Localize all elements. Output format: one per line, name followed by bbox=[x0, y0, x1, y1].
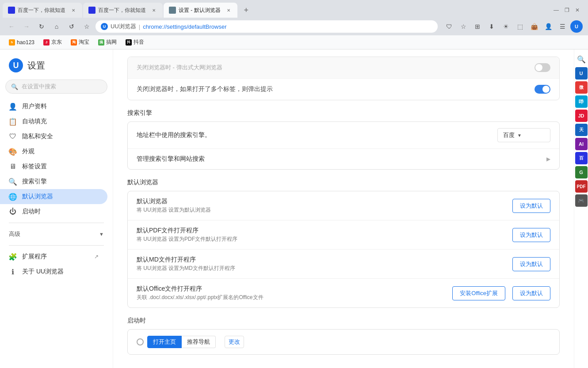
startup-change-link[interactable]: 更改 bbox=[225, 336, 244, 348]
set-default-pdf-button[interactable]: 设为默认 bbox=[512, 228, 550, 242]
window-controls: — ❐ ✕ bbox=[552, 6, 585, 15]
apps-toolbar-icon[interactable]: ⊞ bbox=[471, 20, 484, 33]
sidebar-appearance-label: 外观 bbox=[22, 148, 34, 156]
bookmark-taobao[interactable]: 淘 淘宝 bbox=[67, 38, 93, 47]
sidebar-item-default-browser[interactable]: 🌐 默认浏览器 bbox=[0, 189, 107, 204]
rs-game-icon[interactable]: 🎮 bbox=[575, 194, 588, 207]
back-button[interactable]: ← bbox=[5, 20, 18, 33]
taobao-label: 淘宝 bbox=[79, 38, 89, 46]
autofill-icon: 📋 bbox=[9, 118, 17, 125]
set-default-browser-button[interactable]: 设为默认 bbox=[512, 199, 550, 213]
selected-engine-label: 百度 bbox=[503, 131, 515, 139]
startup-option-homepage[interactable]: 打开主页 bbox=[147, 336, 182, 348]
default-browser-text: 默认浏览器 将 UU浏览器 设置为默认浏览器 bbox=[137, 197, 512, 214]
tab-3-close[interactable]: ✕ bbox=[225, 7, 232, 14]
toggle-faded[interactable] bbox=[535, 63, 550, 72]
douyin-label: 抖音 bbox=[134, 38, 144, 46]
startup-radio[interactable] bbox=[137, 338, 144, 345]
address-site-name: UU浏览器 bbox=[111, 23, 136, 30]
sidebar-about-label: 关于 UU浏览器 bbox=[22, 268, 64, 276]
sidebar-item-search[interactable]: 🔍 搜索引擎 bbox=[0, 174, 107, 189]
right-sidebar: 🔍 U 微 哔 JD 天 AI 百 G PDF 🎮 bbox=[574, 49, 588, 368]
rs-uu-icon[interactable]: U bbox=[575, 67, 588, 80]
reload-button[interactable]: ↻ bbox=[35, 20, 48, 33]
bookmark-hao123[interactable]: h hao123 bbox=[5, 38, 38, 46]
toggle-close-warning[interactable] bbox=[535, 85, 550, 94]
bookmark-jd[interactable]: J 京东 bbox=[40, 38, 65, 47]
minimize-button[interactable]: — bbox=[552, 6, 561, 15]
about-icon: ℹ bbox=[9, 268, 17, 276]
sidebar-advanced[interactable]: 高级 ▼ bbox=[0, 227, 113, 242]
user-icon[interactable]: 👤 bbox=[542, 20, 554, 33]
new-tab-button[interactable]: + bbox=[240, 4, 252, 16]
tab-1-label: 百度一下，你就知道 bbox=[18, 7, 65, 14]
search-engine-dropdown[interactable]: 百度 ▼ bbox=[497, 128, 550, 142]
extensions-icon: 🧩 bbox=[9, 253, 17, 261]
address-input[interactable]: U UU浏览器 | chrome://settings/defaultBrows… bbox=[95, 20, 438, 33]
rs-search-icon[interactable]: 🔍 bbox=[575, 53, 588, 65]
sidebar-item-appearance[interactable]: 🎨 外观 bbox=[0, 144, 107, 159]
setting-row-faded: 关闭浏览器时 - 弹出式大网浏览器 bbox=[128, 57, 559, 79]
forward-button[interactable]: → bbox=[20, 20, 33, 33]
startup-heading: 启动时 bbox=[127, 317, 560, 325]
sidebar-item-startup[interactable]: ⏻ 启动时 bbox=[0, 204, 107, 219]
default-office-text: 默认Office文件打开程序 关联 .doc/.docx/.xls/.xlsx/… bbox=[137, 285, 452, 301]
tab-2-close[interactable]: ✕ bbox=[150, 7, 157, 14]
screen-icon[interactable]: ⬚ bbox=[514, 20, 526, 33]
default-md-text: 默认MD文件打开程序 将 UU浏览器 设置为MD文件默认打开程序 bbox=[137, 256, 512, 272]
sidebar-item-extensions[interactable]: 🧩 扩展程序 ↗ bbox=[0, 249, 107, 264]
sidebar-item-about[interactable]: ℹ 关于 UU浏览器 bbox=[0, 264, 107, 279]
tabs-icon: 🖥 bbox=[9, 163, 17, 171]
rs-jd-icon[interactable]: JD bbox=[575, 110, 588, 122]
bookmark-gaowang[interactable]: 搞 搞网 bbox=[95, 38, 120, 47]
rs-weibo-icon[interactable]: 微 bbox=[575, 81, 588, 94]
rs-tianyi-icon[interactable]: 天 bbox=[575, 124, 588, 136]
undo-button[interactable]: ↺ bbox=[65, 20, 78, 33]
settings-sidebar: U 设置 🔍 在设置中搜索 👤 用户资料 📋 自动填充 🛡 隐私和安全 🎨 外观 bbox=[0, 49, 113, 368]
hao123-label: hao123 bbox=[17, 39, 34, 46]
address-url: chrome://settings/defaultBrowser bbox=[143, 23, 226, 30]
sidebar-item-privacy[interactable]: 🛡 隐私和安全 bbox=[0, 129, 107, 144]
manage-search-arrow-icon: ▶ bbox=[546, 156, 550, 162]
rs-doc-icon[interactable]: G bbox=[575, 166, 588, 178]
default-office-desc: 关联 .doc/.docx/.xls/.xlsx/.ppt/.pptx扩展名的O… bbox=[137, 294, 452, 301]
restore-button[interactable]: ❐ bbox=[562, 6, 571, 15]
download-toolbar-icon[interactable]: ⬇ bbox=[485, 20, 498, 33]
rs-ai-icon[interactable]: AI bbox=[575, 138, 588, 150]
startup-icon: ⏻ bbox=[9, 208, 17, 216]
menu-icon[interactable]: ☰ bbox=[556, 20, 569, 33]
set-default-md-button[interactable]: 设为默认 bbox=[512, 257, 550, 271]
sidebar-item-profile[interactable]: 👤 用户资料 bbox=[0, 99, 107, 114]
search-icon: 🔍 bbox=[11, 83, 18, 90]
bookmark-button[interactable]: ☆ bbox=[80, 20, 93, 33]
rs-pdf-icon[interactable]: PDF bbox=[575, 180, 588, 193]
startup-option-nav[interactable]: 推荐导航 bbox=[182, 336, 216, 348]
wallet-icon[interactable]: 👜 bbox=[528, 20, 540, 33]
default-pdf-text: 默认PDF文件打开程序 将 UU浏览器 设置为PDF文件默认打开程序 bbox=[137, 227, 512, 243]
install-office-extension-button[interactable]: 安装Office扩展 bbox=[452, 286, 505, 300]
close-button[interactable]: ✕ bbox=[573, 6, 582, 15]
star-toolbar-icon[interactable]: ☆ bbox=[457, 20, 470, 33]
tab-2[interactable]: 百度一下，你就知道 ✕ bbox=[83, 3, 163, 18]
home-button[interactable]: ⌂ bbox=[50, 20, 63, 33]
tab-1-close[interactable]: ✕ bbox=[70, 7, 77, 14]
brightness-icon[interactable]: ☀ bbox=[500, 20, 512, 33]
sidebar-item-tabs[interactable]: 🖥 标签设置 bbox=[0, 159, 107, 174]
default-pdf-row: 默认PDF文件打开程序 将 UU浏览器 设置为PDF文件默认打开程序 设为默认 bbox=[128, 220, 559, 250]
settings-search[interactable]: 🔍 在设置中搜索 bbox=[5, 80, 107, 94]
tab-3[interactable]: 设置 - 默认浏览器 ✕ bbox=[164, 3, 237, 18]
default-office-title: 默认Office文件打开程序 bbox=[137, 285, 452, 293]
close-warning-text: 关闭浏览器时，如果打开了多个标签，则弹出提示 bbox=[137, 85, 273, 93]
uu-main-icon[interactable]: U bbox=[570, 20, 583, 33]
set-default-office-button[interactable]: 设为默认 bbox=[512, 286, 550, 300]
rs-baidu-icon[interactable]: 百 bbox=[575, 152, 588, 164]
shield-toolbar-icon[interactable]: 🛡 bbox=[443, 20, 455, 33]
default-md-title: 默认MD文件打开程序 bbox=[137, 256, 512, 264]
tab-1[interactable]: 百度一下，你就知道 ✕ bbox=[3, 3, 82, 18]
bookmark-douyin[interactable]: 抖 抖音 bbox=[122, 38, 148, 47]
sidebar-item-autofill[interactable]: 📋 自动填充 bbox=[0, 114, 107, 129]
manage-search-row[interactable]: 管理搜索引擎和网站搜索 ▶ bbox=[128, 149, 559, 169]
tab-3-favicon bbox=[169, 7, 176, 14]
taobao-icon: 淘 bbox=[71, 39, 77, 46]
rs-bilibili-icon[interactable]: 哔 bbox=[575, 95, 588, 108]
